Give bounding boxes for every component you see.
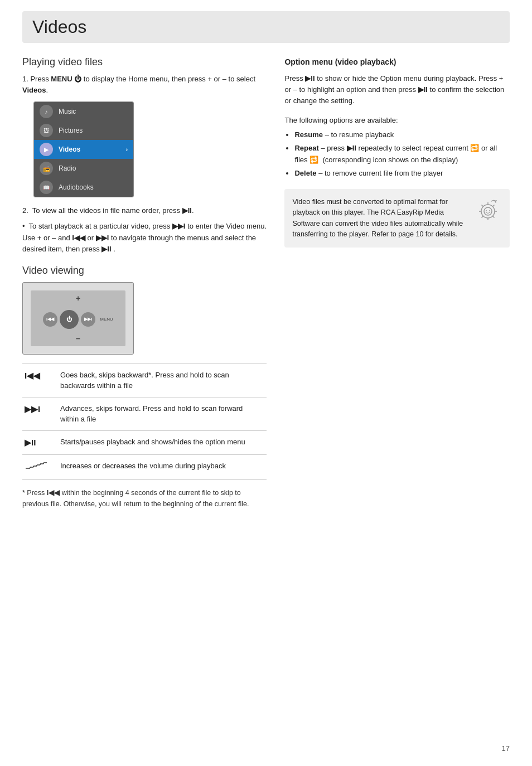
menu-label-audiobooks: Audiobooks: [59, 183, 94, 191]
control-desc-volume: Increases or decreases the volume during…: [56, 455, 267, 480]
menu-inner: ♪ Music 🖼 Pictures ▶ Videos ›: [34, 102, 133, 197]
page-number: 17: [502, 744, 510, 753]
option-repeat: Repeat – press ▶II repeatedly to select …: [294, 143, 510, 165]
control-row-volume: Increases or decreases the volume during…: [22, 455, 267, 480]
pictures-icon: 🖼: [40, 124, 53, 137]
prev-symbol: I◀◀: [25, 371, 40, 380]
svg-point-22: [489, 210, 490, 211]
menu-label-radio: Radio: [59, 164, 76, 172]
footnote: * Press I◀◀ within the beginning 4 secon…: [22, 488, 267, 510]
left-column: Playing video files 1. Press MENU ⏻ to d…: [22, 56, 267, 510]
menu-item-pictures: 🖼 Pictures: [34, 121, 133, 140]
option-menu-para1: Press ▶II to show or hide the Option men…: [284, 73, 510, 106]
playing-video-heading: Playing video files: [22, 56, 267, 68]
svg-point-12: [484, 207, 492, 215]
page-title: Videos: [32, 17, 500, 37]
audiobooks-icon: 📖: [40, 181, 53, 194]
info-box-icon: [474, 197, 502, 224]
step-bullet-text: • To start playback at a particular vide…: [22, 221, 267, 254]
menu-item-radio: 📻 Radio: [34, 159, 133, 178]
radio-icon: 📻: [40, 162, 53, 175]
menu-item-videos: ▶ Videos ›: [34, 140, 133, 159]
menu-item-music: ♪ Music: [34, 102, 133, 121]
control-symbol-play: ▶II: [22, 430, 56, 455]
svg-line-18: [493, 216, 495, 217]
step2-text: 2. To view all the videos in file name o…: [22, 205, 267, 216]
controls-table: I◀◀ Goes back, skips backward*. Press an…: [22, 363, 267, 481]
minus-label: –: [76, 334, 80, 343]
menu-screenshot: ♪ Music 🖼 Pictures ▶ Videos ›: [33, 101, 134, 197]
available-label: The following options are available:: [284, 115, 510, 126]
volume-icon: [25, 460, 51, 471]
music-icon: ♪: [40, 105, 53, 118]
control-row-play: ▶II Starts/pauses playback and shows/hid…: [22, 430, 267, 455]
next-btn: ▶▶I: [81, 312, 95, 327]
option-menu-bold: Option menu (video playback): [284, 57, 396, 66]
option-menu-heading: Option menu (video playback): [284, 56, 510, 69]
video-viewing-heading: Video viewing: [22, 265, 267, 277]
control-desc-prev: Goes back, skips backward*. Press and ho…: [56, 363, 267, 397]
title-bar: Videos: [22, 11, 510, 43]
step-2: 2. To view all the videos in file name o…: [22, 205, 267, 216]
control-row-prev: I◀◀ Goes back, skips backward*. Press an…: [22, 363, 267, 397]
control-symbol-next: ▶▶I: [22, 397, 56, 430]
info-box-text: Video files must be converted to optimal…: [292, 197, 466, 240]
control-desc-play: Starts/pauses playback and shows/hides t…: [56, 430, 267, 455]
chevron-icon: ›: [126, 147, 128, 153]
step1-text: 1. Press MENU ⏻ to display the Home menu…: [22, 74, 267, 96]
control-symbol-prev: I◀◀: [22, 363, 56, 397]
svg-point-21: [486, 210, 487, 211]
svg-line-19: [493, 205, 495, 206]
gear-sun-icon: [475, 197, 501, 224]
menu-label-videos: Videos: [59, 146, 80, 153]
info-box: Video files must be converted to optimal…: [284, 189, 510, 248]
option-menu-section: Option menu (video playback) Press ▶II t…: [284, 56, 510, 248]
player-btn-row: I◀◀ ⏻ ▶▶I MENU: [43, 310, 113, 329]
play-symbol: ▶II: [25, 438, 36, 447]
menu-label: MENU: [100, 317, 113, 322]
svg-line-17: [482, 205, 483, 206]
right-column: Option menu (video playback) Press ▶II t…: [284, 56, 510, 510]
play-pause-btn: ⏻: [60, 310, 79, 329]
control-row-next: ▶▶I Advances, skips forward. Press and h…: [22, 397, 267, 430]
step-1: 1. Press MENU ⏻ to display the Home menu…: [22, 74, 267, 96]
option-delete: Delete – to remove current file from the…: [294, 168, 510, 179]
option-resume: Resume – to resume playback: [294, 129, 510, 140]
player-inner: + I◀◀ ⏻ ▶▶I MENU –: [31, 290, 125, 346]
control-desc-next: Advances, skips forward. Press and hold …: [56, 397, 267, 430]
page: Videos Playing video files 1. Press MENU…: [0, 0, 532, 766]
options-list: Resume – to resume playback Repeat – pre…: [284, 129, 510, 179]
plus-label: +: [76, 294, 80, 303]
prev-btn: I◀◀: [43, 312, 57, 327]
menu-label-pictures: Pictures: [59, 127, 83, 134]
control-symbol-volume: [22, 455, 56, 480]
svg-line-20: [482, 216, 483, 217]
player-image: + I◀◀ ⏻ ▶▶I MENU –: [22, 282, 134, 355]
menu-bold: MENU ⏻: [51, 75, 81, 83]
videos-bold: Videos: [22, 86, 46, 94]
step-bullet: • To start playback at a particular vide…: [22, 221, 267, 254]
next-symbol: ▶▶I: [25, 404, 40, 414]
svg-point-11: [481, 205, 495, 218]
videos-icon: ▶: [40, 143, 53, 156]
menu-item-audiobooks: 📖 Audiobooks: [34, 178, 133, 197]
video-viewing-section: Video viewing + I◀◀ ⏻ ▶▶I MENU –: [22, 265, 267, 510]
menu-label-music: Music: [59, 108, 76, 115]
